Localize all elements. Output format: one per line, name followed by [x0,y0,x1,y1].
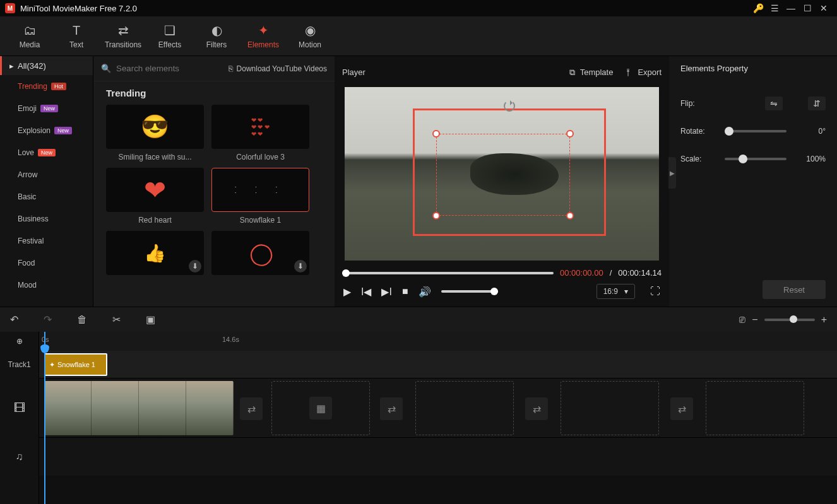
track1-header: Track1 [0,351,39,378]
cat-mood[interactable]: Mood [0,274,93,296]
empty-clip-slot[interactable] [561,381,659,435]
cat-basic[interactable]: Basic [0,185,93,208]
prev-frame-button[interactable]: I◀ [361,286,371,298]
play-button[interactable]: ▶ [343,286,351,298]
player-title: Player [342,67,558,77]
section-title: Trending [106,88,322,98]
rotate-value: 0° [794,127,826,136]
video-track[interactable]: ⇄ ▦ ⇄ ⇄ ⇄ [39,378,837,438]
crop-button[interactable]: ▣ [146,314,155,325]
nav-elements[interactable]: ✦Elements [240,23,287,49]
scale-value: 100% [794,155,826,163]
video-clip[interactable] [44,381,234,435]
template-button[interactable]: ⧉Template [569,67,614,78]
stop-button[interactable]: ■ [402,286,408,297]
chevron-down-icon: ▾ [624,287,628,296]
cat-festival[interactable]: Festival [0,230,93,252]
minimize-button[interactable]: — [783,0,799,16]
element-snowflake-1[interactable]: · · ·· · · [211,168,309,212]
download-badge-icon[interactable]: ⬇ [189,260,201,273]
empty-clip-slot[interactable] [415,381,514,435]
cat-arrow[interactable]: Arrow [0,163,93,185]
timecode-total: 00:00:14.14 [618,268,662,278]
properties-title: Elements Property [680,64,826,73]
scale-slider[interactable] [725,158,787,160]
sparkle-icon: ✦ [49,361,55,369]
nav-media[interactable]: 🗂Media [6,23,53,49]
cat-explosion[interactable]: ExplosionNew [0,119,93,141]
nav-filters[interactable]: ◐Filters [193,23,240,49]
volume-icon[interactable]: 🔊 [418,286,431,298]
cat-business[interactable]: Business [0,208,93,230]
element-track[interactable]: ✦Snowflake 1 [39,351,837,378]
reset-button[interactable]: Reset [763,280,826,299]
rotate-handle[interactable] [504,100,515,112]
element-circle-stroke[interactable]: ◯⬇ [211,231,309,275]
flip-horizontal-button[interactable]: ⇋ [765,97,783,110]
timecode-current: 00:00:00.00 [560,268,603,278]
collapse-properties-button[interactable]: ▶ [668,157,676,189]
transition-slot[interactable]: ⇄ [240,397,263,420]
cat-trending[interactable]: TrendingHot [0,75,93,97]
rotate-slider[interactable] [725,130,787,132]
timeline-body[interactable]: 0s 14.6s ✦Snowflake 1 ⇄ ▦ ⇄ ⇄ ⇄ [39,332,837,504]
category-sidebar: ▸ All(342) TrendingHot EmojiNew Explosio… [0,56,93,307]
empty-clip-slot[interactable] [706,381,804,435]
delete-button[interactable]: 🗑 [77,314,87,325]
app-logo: M [5,3,15,13]
scrub-bar[interactable] [342,272,554,274]
playhead[interactable] [44,332,45,504]
menu-icon[interactable]: ☰ [766,0,783,16]
element-smiling-face[interactable]: 😎 [106,105,204,149]
video-track-icon: 🎞 [0,378,39,438]
timeline-ruler[interactable]: 0s 14.6s [39,332,837,351]
inner-dashed-box[interactable] [436,134,570,216]
nav-text[interactable]: TText [53,23,100,49]
transition-slot[interactable]: ⇄ [525,397,548,420]
cat-emoji[interactable]: EmojiNew [0,97,93,119]
split-button[interactable]: ✂ [112,314,121,325]
audio-track[interactable] [39,438,837,476]
element-red-heart[interactable]: ❤ [106,168,204,212]
redo-button[interactable]: ↷ [44,314,52,325]
cat-food[interactable]: Food [0,252,93,274]
content-row: ▸ All(342) TrendingHot EmojiNew Explosio… [0,56,837,307]
nav-transitions[interactable]: ⇄Transitions [100,23,146,49]
zoom-fit-button[interactable]: ⎚ [739,314,745,325]
volume-slider[interactable] [441,290,498,293]
key-icon[interactable]: 🔑 [750,0,766,16]
maximize-button[interactable]: ☐ [799,0,816,16]
empty-clip-slot[interactable]: ▦ [271,381,370,435]
zoom-out-button[interactable]: − [752,314,757,325]
timeline: ⊕ Track1 🎞 ♫ 0s 14.6s ✦Snowflake 1 ⇄ ▦ ⇄… [0,332,837,504]
transition-slot[interactable]: ⇄ [670,397,693,420]
export-icon: ⭱ [624,67,632,77]
preview-canvas[interactable] [345,87,659,261]
cat-love[interactable]: LoveNew [0,141,93,163]
add-track-button[interactable]: ⊕ [0,332,39,351]
category-all[interactable]: ▸ All(342) [0,56,93,75]
search-input[interactable] [116,64,205,73]
app-title: MiniTool MovieMaker Free 7.2.0 [20,4,750,13]
nav-effects[interactable]: ❏Effects [146,23,193,49]
download-badge-icon[interactable]: ⬇ [294,260,307,273]
transition-slot[interactable]: ⇄ [380,397,403,420]
timeline-toolbar: ↶ ↷ 🗑 ✂ ▣ ⎚ − + [0,307,837,332]
fullscreen-button[interactable]: ⛶ [650,286,660,297]
download-youtube-link[interactable]: ⎘Download YouTube Videos [229,64,327,73]
next-frame-button[interactable]: ▶I [381,286,391,298]
resize-handle-tl[interactable] [432,130,440,138]
element-colorful-love[interactable]: ❤ ❤❤ ❤ ❤❤ ❤ [211,105,309,149]
zoom-in-button[interactable]: + [821,314,827,325]
nav-motion[interactable]: ◉Motion [287,23,333,49]
flip-vertical-button[interactable]: ⇵ [808,97,826,110]
undo-button[interactable]: ↶ [10,314,18,325]
export-button[interactable]: ⭱Export [624,67,662,77]
properties-panel: Elements Property Flip: ⇋ ⇵ Rotate: 0° S… [669,56,837,307]
zoom-slider[interactable] [764,319,815,321]
element-clip-snowflake[interactable]: ✦Snowflake 1 [44,353,107,376]
close-button[interactable]: ✕ [816,0,832,16]
element-thumbs-up[interactable]: 👍⬇ [106,231,204,275]
aspect-select[interactable]: 16:9▾ [597,284,635,299]
media-slot-icon: ▦ [309,397,332,419]
